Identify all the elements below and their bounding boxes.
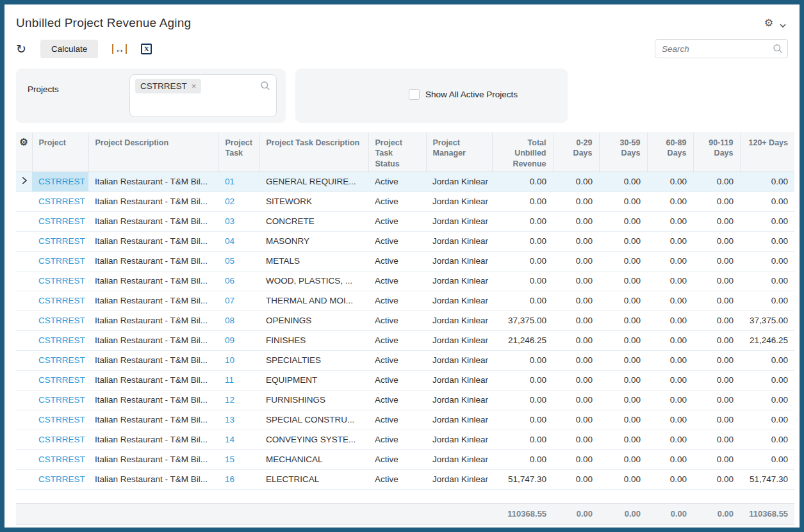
- table-row[interactable]: CSTRREST Italian Restaurant - T&M Bil...…: [16, 231, 794, 251]
- project-manager-cell: Jordan Kinlear: [426, 449, 492, 469]
- table-row[interactable]: CSTRREST Italian Restaurant - T&M Bil...…: [16, 251, 794, 271]
- col-project[interactable]: Project: [32, 133, 88, 172]
- calculate-button[interactable]: Calculate: [40, 40, 98, 58]
- project-manager-cell: Jordan Kinlear: [426, 172, 492, 191]
- search-icon: [773, 44, 783, 56]
- project-description-cell: Italian Restaurant - T&M Bil...: [88, 449, 218, 469]
- project-task-link[interactable]: 08: [225, 316, 234, 325]
- project-task-link[interactable]: 14: [225, 435, 234, 444]
- project-link[interactable]: CSTRREST: [38, 455, 85, 464]
- days-30-59-cell: 0.00: [599, 231, 647, 251]
- table-row[interactable]: CSTRREST Italian Restaurant - T&M Bil...…: [16, 449, 794, 469]
- show-all-active-checkbox[interactable]: [409, 89, 420, 100]
- export-to-excel-button[interactable]: X: [141, 39, 152, 58]
- table-row[interactable]: CSTRREST Italian Restaurant - T&M Bil...…: [16, 172, 794, 191]
- col-30-59-days[interactable]: 30-59 Days: [599, 133, 647, 172]
- search-input[interactable]: [655, 39, 788, 58]
- table-row[interactable]: CSTRREST Italian Restaurant - T&M Bil...…: [16, 390, 794, 410]
- chevron-down-icon[interactable]: [780, 20, 786, 26]
- project-task-status-cell: Active: [368, 350, 426, 370]
- total-unbilled-revenue-cell: 21,246.25: [492, 330, 553, 350]
- project-manager-cell: Jordan Kinlear: [426, 430, 492, 449]
- project-link[interactable]: CSTRREST: [38, 197, 85, 206]
- project-manager-cell: Jordan Kinlear: [426, 271, 492, 291]
- col-60-89-days[interactable]: 60-89 Days: [647, 133, 693, 172]
- refresh-button[interactable]: ↻: [16, 39, 26, 58]
- col-project-task-description[interactable]: Project Task Description: [259, 133, 368, 172]
- settings-gear-icon[interactable]: ⚙: [764, 18, 773, 28]
- table-row[interactable]: CSTRREST Italian Restaurant - T&M Bil...…: [16, 350, 794, 370]
- project-task-link[interactable]: 03: [225, 216, 234, 226]
- project-link[interactable]: CSTRREST: [38, 296, 85, 305]
- total-unbilled-revenue-cell: 0.00: [492, 350, 553, 370]
- project-manager-cell: Jordan Kinlear: [426, 410, 492, 430]
- project-task-link[interactable]: 12: [225, 395, 234, 405]
- project-task-link[interactable]: 06: [225, 276, 234, 286]
- project-task-description-cell: CONVEYING SYSTE...: [259, 430, 368, 449]
- project-task-link[interactable]: 01: [225, 177, 234, 186]
- col-project-manager[interactable]: Project Manager: [426, 133, 492, 172]
- project-task-link[interactable]: 11: [225, 375, 234, 385]
- days-0-29-cell: 0.00: [553, 172, 599, 191]
- project-task-link[interactable]: 04: [225, 236, 234, 246]
- days-90-119-cell: 0.00: [693, 370, 740, 390]
- toolbar: ↻ Calculate ↔ X: [13, 39, 791, 58]
- project-task-status-cell: Active: [368, 410, 426, 430]
- project-link[interactable]: CSTRREST: [38, 177, 85, 186]
- table-row[interactable]: CSTRREST Italian Restaurant - T&M Bil...…: [16, 211, 794, 231]
- col-120-plus-days[interactable]: 120+ Days: [740, 133, 794, 172]
- column-settings-gear-icon[interactable]: ⚙: [20, 136, 28, 147]
- table-row[interactable]: CSTRREST Italian Restaurant - T&M Bil...…: [16, 430, 794, 449]
- col-0-29-days[interactable]: 0-29 Days: [553, 133, 599, 172]
- days-30-59-cell: 0.00: [599, 191, 647, 211]
- project-manager-cell: Jordan Kinlear: [426, 370, 492, 390]
- project-task-link[interactable]: 02: [225, 197, 234, 206]
- project-task-link[interactable]: 16: [225, 474, 234, 484]
- days-60-89-cell: 0.00: [647, 172, 693, 191]
- project-link[interactable]: CSTRREST: [38, 355, 85, 365]
- days-120-plus-cell: 51,747.30: [740, 469, 794, 489]
- remove-tag-icon[interactable]: ×: [192, 82, 197, 90]
- table-row[interactable]: CSTRREST Italian Restaurant - T&M Bil...…: [16, 370, 794, 390]
- days-0-29-cell: 0.00: [553, 410, 599, 430]
- show-all-panel: Show All Active Projects: [295, 69, 568, 123]
- col-90-119-days[interactable]: 90-119 Days: [693, 133, 740, 172]
- project-link[interactable]: CSTRREST: [38, 216, 85, 226]
- project-link[interactable]: CSTRREST: [38, 415, 85, 424]
- table-row[interactable]: CSTRREST Italian Restaurant - T&M Bil...…: [16, 310, 794, 330]
- col-total-unbilled-revenue[interactable]: Total Unbilled Revenue: [492, 133, 553, 172]
- project-task-link[interactable]: 13: [225, 415, 234, 424]
- project-manager-cell: Jordan Kinlear: [426, 330, 492, 350]
- table-row[interactable]: CSTRREST Italian Restaurant - T&M Bil...…: [16, 271, 794, 291]
- table-row[interactable]: CSTRREST Italian Restaurant - T&M Bil...…: [16, 469, 794, 489]
- table-row[interactable]: CSTRREST Italian Restaurant - T&M Bil...…: [16, 410, 794, 430]
- project-task-link[interactable]: 05: [225, 256, 234, 266]
- project-link[interactable]: CSTRREST: [38, 276, 85, 286]
- project-task-status-cell: Active: [368, 310, 426, 330]
- col-project-task-status[interactable]: Project Task Status: [368, 133, 426, 172]
- project-link[interactable]: CSTRREST: [38, 435, 85, 444]
- projects-multiselect[interactable]: CSTRREST ×: [129, 74, 277, 117]
- project-link[interactable]: CSTRREST: [38, 236, 85, 246]
- project-link[interactable]: CSTRREST: [38, 256, 85, 266]
- project-task-link[interactable]: 15: [225, 455, 234, 464]
- lookup-magnifier-icon[interactable]: [260, 81, 270, 93]
- project-link[interactable]: CSTRREST: [38, 335, 85, 345]
- project-link[interactable]: CSTRREST: [38, 316, 85, 325]
- table-row[interactable]: CSTRREST Italian Restaurant - T&M Bil...…: [16, 330, 794, 350]
- days-120-plus-cell: 37,375.00: [740, 310, 794, 330]
- project-task-link[interactable]: 09: [225, 335, 234, 345]
- project-task-description-cell: FURNISHINGS: [259, 390, 368, 410]
- project-link[interactable]: CSTRREST: [38, 395, 85, 405]
- selected-row-chevron-icon: [20, 176, 29, 185]
- table-row[interactable]: CSTRREST Italian Restaurant - T&M Bil...…: [16, 291, 794, 310]
- project-task-link[interactable]: 10: [225, 355, 234, 365]
- col-project-task[interactable]: Project Task: [218, 133, 259, 172]
- project-task-description-cell: MASONRY: [259, 231, 368, 251]
- table-row[interactable]: CSTRREST Italian Restaurant - T&M Bil...…: [16, 191, 794, 211]
- col-project-description[interactable]: Project Description: [88, 133, 218, 172]
- project-link[interactable]: CSTRREST: [38, 474, 85, 484]
- project-task-link[interactable]: 07: [225, 296, 234, 305]
- project-link[interactable]: CSTRREST: [38, 375, 85, 385]
- fit-to-width-button[interactable]: ↔: [112, 39, 127, 58]
